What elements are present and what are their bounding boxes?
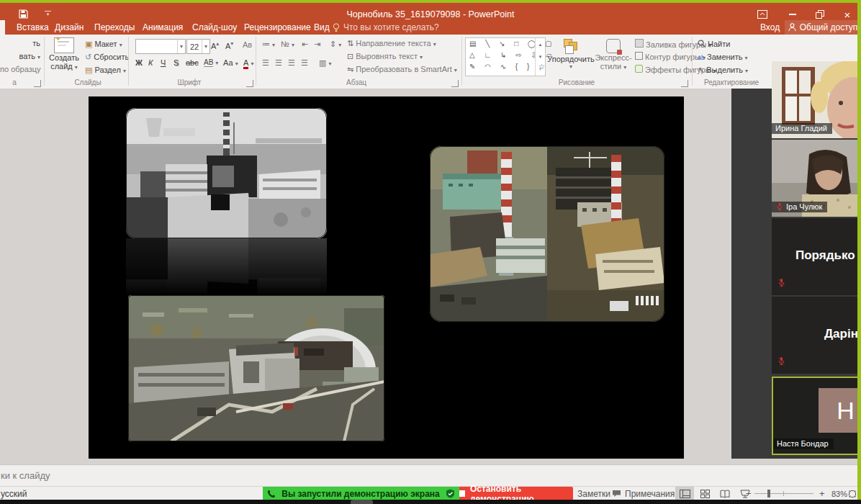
editing-group-label: Редактирование xyxy=(693,78,770,86)
copy-button-partial[interactable]: вать ▾ xyxy=(0,52,40,60)
participant-tile-irina[interactable]: Ирина Гладий xyxy=(772,61,861,138)
comments-toggle-button[interactable]: Примечания xyxy=(612,487,675,500)
shapes-gallery[interactable]: ▤ ╲ ↘ □ ◯ ▢ △ ∟ ↳ ⇨ ⇩ ▱ ✎ ◠ ∿ { } ☆ ▴ ▾ … xyxy=(465,37,546,76)
bullets-button[interactable]: ≔ ▾ xyxy=(262,40,275,49)
zoom-in-button[interactable]: + xyxy=(819,487,825,500)
participant-tile-ira[interactable]: Іра Чулюк xyxy=(772,140,861,217)
layout-button[interactable]: ▣ Макет ▾ xyxy=(85,40,122,49)
slide-canvas[interactable] xyxy=(89,96,684,459)
screenshare-banner-text: Вы запустили демонстрацию экрана xyxy=(281,489,440,499)
mic-muted-icon xyxy=(777,356,786,366)
shield-check-icon xyxy=(446,489,455,498)
photo-chernobyl-1986-bw-aerial[interactable] xyxy=(126,108,327,238)
group-separator xyxy=(44,37,45,86)
photo-new-safe-confinement-aerial[interactable] xyxy=(128,295,384,441)
fit-to-window-button[interactable] xyxy=(847,487,858,500)
participant-tile-nastya[interactable]: Н Настя Бондар xyxy=(772,377,861,455)
gallery-up-arrow[interactable]: ▴ xyxy=(539,42,542,48)
align-text-button[interactable]: ⊡ Выровнять текст ▾ xyxy=(347,52,423,61)
arrange-icon xyxy=(562,39,580,55)
font-color-button[interactable]: А ▾ xyxy=(243,58,253,67)
line-spacing-button[interactable]: ⇕ ▾ xyxy=(330,40,341,49)
taskbar-notch[interactable] xyxy=(351,500,373,504)
photo-destroyed-reactor-color-composite[interactable] xyxy=(430,146,664,322)
paragraph-dialog-launcher[interactable] xyxy=(451,80,459,87)
align-left-button[interactable]: ☰ xyxy=(262,58,269,68)
columns-button[interactable]: ▥ ▾ xyxy=(319,58,331,68)
tell-me[interactable]: Что вы хотите сделать? xyxy=(333,20,439,35)
replace-button[interactable]: ab Заменить ▾ xyxy=(698,53,748,61)
drawing-dialog-launcher[interactable] xyxy=(681,80,688,87)
underline-button[interactable]: Ч xyxy=(161,58,166,67)
clipboard-dialog-launcher[interactable] xyxy=(34,80,41,87)
font-name-combo[interactable]: ▾ xyxy=(135,39,186,54)
cut-button-partial[interactable]: ть xyxy=(0,39,40,48)
slideshow-view-button[interactable] xyxy=(736,487,754,500)
align-right-button[interactable]: ☰ xyxy=(288,58,295,68)
strikethrough-button[interactable]: abc xyxy=(186,58,199,67)
participant-name: Даріна xyxy=(824,327,861,341)
clear-formatting-button[interactable]: Ав xyxy=(243,40,252,49)
zoom-percentage[interactable]: 83% xyxy=(831,487,847,500)
zoom-slider-tick xyxy=(783,491,784,496)
zoom-slider-track[interactable] xyxy=(754,493,813,494)
share-label: Общий доступ xyxy=(800,22,858,32)
normal-view-button[interactable] xyxy=(675,487,694,500)
font-dialog-launcher[interactable] xyxy=(246,80,253,87)
quick-styles-button[interactable]: Экспресс- стили ▾ xyxy=(596,39,631,71)
notes-pane[interactable]: ки к слайду xyxy=(0,464,861,487)
change-case-button[interactable]: Аа ▾ xyxy=(223,58,238,67)
slide-sorter-view-button[interactable] xyxy=(695,487,714,500)
numbering-button[interactable]: № ▾ xyxy=(281,40,294,48)
tab-slideshow[interactable]: Слайд-шоу xyxy=(186,20,243,35)
fit-to-window-icon xyxy=(848,490,857,498)
tab-design[interactable]: Дизайн xyxy=(48,20,90,35)
participant-name-chip: Ирина Гладий xyxy=(772,123,832,134)
stop-share-button[interactable]: Остановить демонстрацию xyxy=(459,487,573,500)
decrease-indent-button[interactable]: ⇤ xyxy=(302,40,308,49)
tab-home-partial[interactable] xyxy=(0,20,5,35)
share-button[interactable]: Общий доступ xyxy=(785,20,861,35)
language-indicator[interactable]: усский xyxy=(1,487,27,500)
format-painter-partial[interactable]: по образцу xyxy=(0,65,40,73)
increase-indent-button[interactable]: ⇥ xyxy=(314,40,320,49)
notes-toggle-button[interactable]: Заметки xyxy=(577,487,610,500)
tab-transitions[interactable]: Переходы xyxy=(88,20,141,35)
reading-view-button[interactable] xyxy=(716,487,734,500)
group-separator xyxy=(461,37,462,86)
text-shadow-button[interactable]: S xyxy=(173,58,179,67)
shrink-font-button[interactable]: А▾ xyxy=(225,40,233,50)
sign-in-button[interactable]: Вход xyxy=(760,20,780,35)
participant-name: Порядько А xyxy=(795,248,861,263)
justify-button[interactable]: ☰ xyxy=(301,58,308,68)
reset-button[interactable]: ↺ Сбросить xyxy=(85,53,129,62)
zoom-slider-handle[interactable] xyxy=(767,490,770,498)
convert-smartart-button[interactable]: ⇋ Преобразовать в SmartArt ▾ xyxy=(347,65,457,74)
new-slide-button[interactable]: ✦ Создать слайд ▾ xyxy=(46,37,82,71)
tab-animations[interactable]: Анимация xyxy=(136,20,189,35)
char-spacing-button[interactable]: АВ ▾ xyxy=(204,58,218,66)
tab-review[interactable]: Рецензирование xyxy=(238,20,317,35)
italic-button[interactable]: К xyxy=(148,58,153,67)
align-center-button[interactable]: ☰ xyxy=(275,58,282,68)
grow-font-button[interactable]: А▴ xyxy=(211,40,219,50)
stop-icon xyxy=(459,490,465,497)
zoom-out-button[interactable]: − xyxy=(746,487,752,500)
text-direction-button[interactable]: ⇅ Направление текста ▾ xyxy=(347,39,436,48)
find-button[interactable]: Найти xyxy=(698,40,730,48)
screen: ▾ Чорнобиль 35_1619079098 - PowerPoint ×… xyxy=(0,0,861,504)
shape-outline-button[interactable]: Контур фигуры ▾ xyxy=(635,52,706,61)
gallery-down-arrow[interactable]: ▾ xyxy=(539,54,542,60)
participant-tile-poryadko[interactable]: Порядько А xyxy=(772,218,861,295)
bold-button[interactable]: Ж xyxy=(135,58,143,67)
tab-view[interactable]: Вид xyxy=(307,20,336,35)
new-slide-icon: ✦ xyxy=(54,37,74,53)
arrange-button[interactable]: Упорядочить ▾ xyxy=(549,39,592,70)
select-button[interactable]: ↖ Выделить ▾ xyxy=(698,66,748,75)
comment-icon xyxy=(612,490,621,498)
participant-tile-darina[interactable]: Даріна xyxy=(772,297,861,374)
section-button[interactable]: ▤ Раздел ▾ xyxy=(85,66,126,75)
drawing-group-label: Рисование xyxy=(465,78,688,86)
font-size-combo[interactable]: 22▾ xyxy=(186,39,210,54)
gallery-more-arrow[interactable]: ▿ xyxy=(539,66,542,72)
